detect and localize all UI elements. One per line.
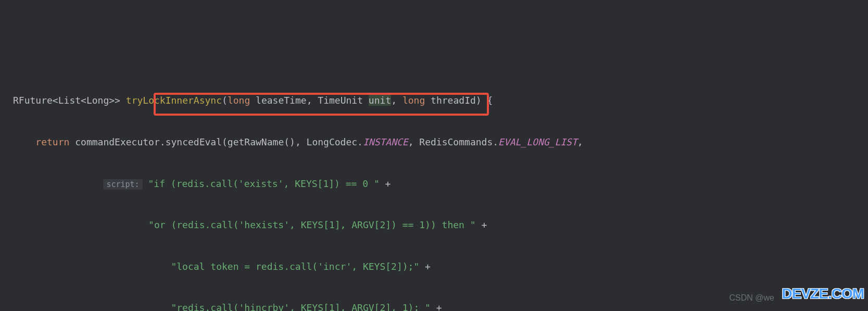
code-line-5: "local token = redis.call('incr', KEYS[2… — [13, 256, 868, 277]
constant-instance: INSTANCE — [363, 136, 408, 147]
constant-eval: EVAL_LONG_LIST — [498, 136, 577, 147]
keyword-return: return — [35, 136, 69, 147]
code-line-2: return commandExecutor.syncedEval(getRaw… — [13, 132, 868, 153]
method-trylock: tryLockInnerAsync — [126, 95, 222, 106]
string-literal: "if (redis.call('exists', KEYS[1]) == 0 … — [148, 178, 379, 189]
code-line-3: script: "if (redis.call('exists', KEYS[1… — [13, 173, 868, 194]
string-literal: "redis.call('hincrby', KEYS[1], ARGV[2],… — [171, 302, 431, 311]
watermark-devze: DEVZE.COM — [782, 278, 864, 310]
string-literal-highlighted: "local token = redis.call('incr', KEYS[2… — [171, 261, 419, 272]
type-rfuture: RFuture — [13, 95, 53, 106]
string-literal: "or (redis.call('hexists', KEYS[1], ARGV… — [148, 219, 476, 230]
code-line-1: RFuture<List<Long>> tryLockInnerAsync(lo… — [13, 90, 868, 111]
watermark-csdn: CSDN @we — [729, 289, 774, 307]
code-line-4: "or (redis.call('hexists', KEYS[1], ARGV… — [13, 215, 868, 235]
param-hint-script: script: — [103, 179, 142, 190]
